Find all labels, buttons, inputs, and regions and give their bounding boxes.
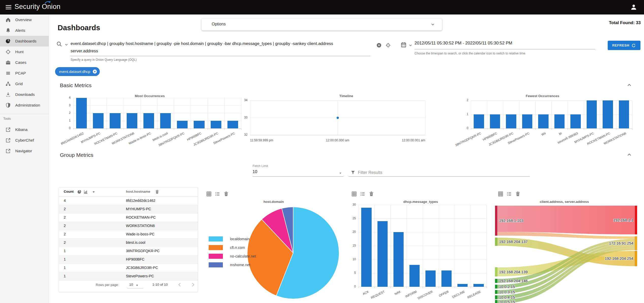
delete-icon[interactable] xyxy=(155,190,159,194)
sankey-node-192-168-1-103[interactable] xyxy=(495,206,497,236)
user-account-icon[interactable] xyxy=(630,4,637,11)
sankey-node-192-168-204-146[interactable] xyxy=(495,279,497,283)
legend-item-mshome-net[interactable]: mshome.net xyxy=(209,262,250,267)
legend-item-no-calculate-net[interactable]: no-calculate.net xyxy=(209,254,256,259)
sankey-node-10-0-3-15[interactable] xyxy=(495,290,497,294)
table-view-icon[interactable] xyxy=(351,191,357,197)
rows-per-page-select[interactable]: 10 xyxy=(129,283,133,286)
bar-discover[interactable] xyxy=(425,270,436,287)
query-history-chevron-icon[interactable] xyxy=(64,42,69,47)
calendar-icon[interactable] xyxy=(401,42,407,48)
bar-myhumps-pc[interactable] xyxy=(93,113,104,128)
table-row[interactable]: 1 JC3GB6JRD3R-PC xyxy=(59,264,198,272)
chevron-left-icon[interactable] xyxy=(176,281,183,288)
table-row[interactable]: 2 MYHUMPS-PC xyxy=(59,205,198,214)
query-target-icon[interactable] xyxy=(385,42,391,48)
table-row[interactable]: 1 HP900BFC xyxy=(59,255,198,264)
filter-chip[interactable]: event.dataset:dhcp xyxy=(55,67,100,76)
bar-offer[interactable] xyxy=(441,270,452,287)
fetch-limit-caret-icon[interactable] xyxy=(338,171,343,175)
list-view-icon[interactable] xyxy=(360,191,366,197)
refresh-button[interactable]: REFRESH xyxy=(608,41,640,50)
filter-results-input[interactable]: Filter Results xyxy=(358,170,382,175)
bar-hp900bfc[interactable] xyxy=(490,114,500,128)
sankey-node-10-0-5-15[interactable] xyxy=(495,300,497,303)
bar-sourcefi-399363[interactable] xyxy=(570,114,581,128)
timespan-chevron-icon[interactable] xyxy=(408,43,413,48)
timeline-data-point[interactable] xyxy=(337,117,339,119)
bar-inform[interactable] xyxy=(409,265,420,287)
sidebar-item-downloads[interactable]: Downloads xyxy=(0,89,49,100)
sidebar-item-pcap[interactable]: PCAP xyxy=(0,68,49,79)
sidebar-tool-cyberchef[interactable]: CyberChef xyxy=(0,135,49,146)
bar-ack[interactable] xyxy=(361,208,371,287)
delete-icon[interactable] xyxy=(515,191,521,197)
bar-release[interactable] xyxy=(473,284,484,287)
bar-38ntrgdfqkr-pc[interactable] xyxy=(177,121,188,128)
table-row[interactable]: 4 8fd12edd2dc1462 xyxy=(59,197,198,205)
delete-icon[interactable] xyxy=(223,191,229,197)
bar-nak[interactable] xyxy=(393,232,404,287)
timespan-input[interactable]: 2012/05/11 05:30:52 PM - 2022/05/11 05:3… xyxy=(415,41,595,49)
bar-btest-is-cool[interactable] xyxy=(160,113,171,128)
sidebar-tool-navigator[interactable]: Navigator xyxy=(0,146,49,156)
table-view-icon[interactable] xyxy=(206,191,212,197)
bar-request[interactable] xyxy=(377,221,388,287)
sort-caret-icon[interactable] xyxy=(91,190,96,194)
app-logo[interactable]: Security Onion xyxy=(14,3,60,11)
table-row[interactable]: 2 Wade-is-boss-PC xyxy=(59,230,198,239)
legend-item-cfl-rr-com[interactable]: cfl.rr.com xyxy=(209,245,245,250)
clear-query-icon[interactable] xyxy=(376,42,382,48)
legend-item-localdomain[interactable]: localdomain xyxy=(209,236,250,241)
bar-decline[interactable] xyxy=(457,284,468,287)
search-input[interactable]: event.dataset:dhcp | groupby host.hostna… xyxy=(71,40,370,56)
collapse-basic-metrics-button[interactable] xyxy=(626,82,633,88)
bar-workstation6[interactable] xyxy=(127,113,137,128)
collapse-group-metrics-button[interactable] xyxy=(626,152,633,158)
bar-jc3gb6jrd3r-pc[interactable] xyxy=(211,121,221,128)
bar-chart-icon[interactable] xyxy=(84,190,88,194)
options-dropdown[interactable]: Options xyxy=(201,18,442,31)
bar-bt[interactable] xyxy=(554,114,565,128)
table-row[interactable]: 2 WORKSTATION6 xyxy=(59,222,198,230)
delete-icon[interactable] xyxy=(369,191,374,197)
sankey-node-192-168-204-254[interactable] xyxy=(635,251,637,266)
sidebar-item-overview[interactable]: Overview xyxy=(0,14,49,25)
sidebar-tool-kibana[interactable]: Kibana xyxy=(0,124,49,135)
sidebar-item-alerts[interactable]: Alerts xyxy=(0,25,49,36)
table-row[interactable]: 2 ROCKETMAN-PC xyxy=(59,214,198,222)
bar-workstation6[interactable] xyxy=(619,100,629,128)
sidebar-item-cases[interactable]: Cases xyxy=(0,57,49,68)
sankey-node-192-168-204-137[interactable] xyxy=(495,238,497,246)
table-row[interactable]: 1 38NTRGDFQKR-PC xyxy=(59,247,198,255)
sankey-node-192-168-204-139[interactable] xyxy=(495,267,497,276)
bar-jc3gb6jrd3r-pc[interactable] xyxy=(506,114,516,128)
table-row[interactable]: 2 btest.is.cool xyxy=(59,239,198,247)
sidebar-item-administration[interactable]: Administration xyxy=(0,100,49,111)
sidebar-item-grid[interactable]: Grid xyxy=(0,79,49,89)
sankey-node-10-0-4-15[interactable] xyxy=(495,295,497,299)
field-column-header[interactable]: host.hostname xyxy=(126,190,150,193)
bar-38ntrgdfqkr-pc[interactable] xyxy=(474,114,484,128)
bar-wade-is-boss-pc[interactable] xyxy=(143,113,154,128)
bar-rocketman-pc[interactable] xyxy=(110,113,120,128)
sankey-node-10-0-2-15[interactable] xyxy=(495,285,497,289)
bar-myhumps-pc[interactable] xyxy=(587,100,597,128)
chevron-right-icon[interactable] xyxy=(190,281,196,288)
menu-icon[interactable] xyxy=(5,4,12,11)
rows-per-page-caret-icon[interactable] xyxy=(135,283,139,287)
list-view-icon[interactable] xyxy=(506,191,512,197)
bar-rocketman-pc[interactable] xyxy=(603,100,613,128)
sankey-node-172-16-91-254[interactable] xyxy=(635,236,637,250)
remove-filter-icon[interactable] xyxy=(92,69,97,74)
pie-chart-icon[interactable] xyxy=(77,190,82,194)
list-view-icon[interactable] xyxy=(215,191,220,197)
fetch-limit-select[interactable]: 10 xyxy=(253,169,257,174)
bar-wii[interactable] xyxy=(538,114,549,128)
count-column-header[interactable]: Count xyxy=(64,190,74,193)
sidebar-item-hunt[interactable]: Hunt xyxy=(0,47,49,57)
sankey-node-192-168-1-1[interactable] xyxy=(635,206,637,234)
bar-stevepowers-pc[interactable] xyxy=(522,114,533,128)
table-view-icon[interactable] xyxy=(498,191,503,197)
bar-hp900bfc[interactable] xyxy=(194,121,204,128)
